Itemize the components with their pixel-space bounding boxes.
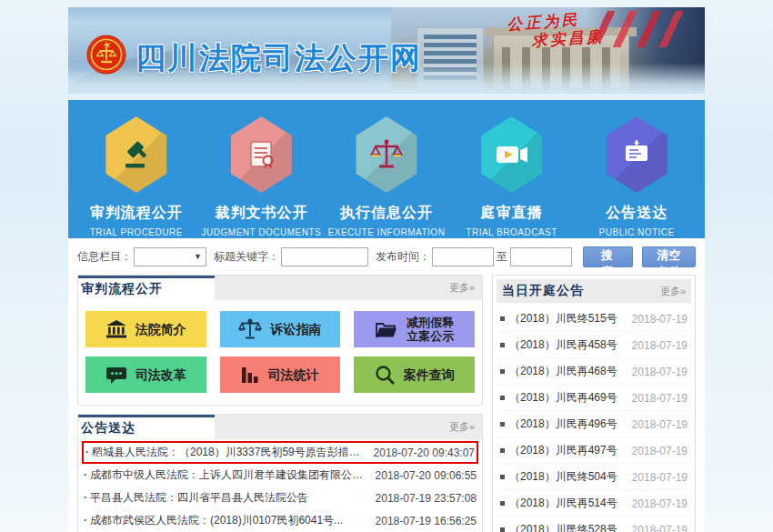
main-nav-band: 审判流程公开 TRIAL PROCEDURE 裁判文书公开 JUDGMENT D… [68,100,705,238]
nav-label-cn: 审判流程公开 [74,204,199,223]
site-title: 四川法院司法公开网 [136,38,422,79]
more-link-trial[interactable]: 更多» [449,276,482,300]
gavel-icon [102,116,171,193]
square-bullet-icon [500,448,505,453]
nav-label-cn: 庭审直播 [449,204,575,223]
tab-public-notice[interactable]: 公告送达 [78,415,215,439]
publish-date-label: 发布时间： [376,249,430,265]
nav-label-cn: 公告送达 [574,204,699,223]
filter-bar: 信息栏目： ▼ 标题关键字： 发布时间： 至 搜 索 清空条件 [77,238,696,275]
red-flags-art [599,11,699,47]
commutation-parole-button[interactable]: 减刑假释 立案公示 [354,311,475,347]
sidebar-title: 当日开庭公告 [502,283,584,299]
function-button-grid: 法院简介 诉讼指南 [78,300,482,405]
hearing-row[interactable]: （2018）川民再496号2018-07-19 [498,411,689,437]
nav-label-en: TRIAL BROADCAST [449,227,575,237]
date-from-input[interactable] [432,247,494,266]
hearing-row[interactable]: （2018）川民终515号2018-07-19 [498,306,689,332]
tab-trial-procedure[interactable]: 审判流程公开 [78,276,215,300]
hearing-row[interactable]: （2018）川民再469号2018-07-19 [498,385,689,411]
square-bullet-icon [500,343,505,347]
search-button[interactable]: 搜 索 [583,246,633,267]
courthouse-icon [105,319,127,339]
notice-row[interactable]: 成都市武侯区人民法院：(2018)川0107民初6041号... 2018-07… [82,509,478,532]
clear-conditions-button[interactable]: 清空条件 [642,246,696,267]
bar-chart-icon [241,366,259,385]
trial-procedure-section: 审判流程公开 更多» 法院简介 [77,275,483,406]
date-to-input[interactable] [510,247,572,266]
keyword-input[interactable] [281,247,368,266]
nav-trial-procedure[interactable]: 审判流程公开 TRIAL PROCEDURE [74,116,199,238]
litigation-guide-button[interactable]: 诉讼指南 [220,311,341,347]
todays-hearing-sidebar: 当日开庭公告 更多» （2018）川民终515号2018-07-19 （2018… [492,275,696,532]
nav-execute-information[interactable]: 执行信息公开 EXECUTE INFORMATION [324,116,449,238]
more-link-notice[interactable]: 更多» [449,415,482,439]
notice-board-icon [602,116,671,193]
square-bullet-icon [500,316,505,321]
chevron-down-icon: ▼ [194,252,202,261]
square-bullet-icon [500,422,505,427]
nav-label-en: TRIAL PROCEDURE [74,227,199,237]
keyword-label: 标题关键字： [214,249,279,265]
hearing-row[interactable]: （2018）川民再514号2018-07-19 [498,490,689,517]
judicial-statistics-button[interactable]: 司法统计 [220,356,341,393]
square-bullet-icon [500,396,505,400]
hearing-row[interactable]: （2018）川民再497号2018-07-19 [498,437,689,464]
nav-judgment-documents[interactable]: 裁判文书公开 JUDGMENT DOCUMENTS [199,116,325,238]
calligraphy-slogan: 公正为民 求实昌廉 [507,9,606,52]
nav-label-cn: 裁判文书公开 [199,204,325,223]
content-area: 信息栏目： ▼ 标题关键字： 发布时间： 至 搜 索 清空条件 审判流程公开 更… [68,238,705,532]
judicial-reform-button[interactable]: 司法改革 [85,356,206,393]
case-query-button[interactable]: 案件查询 [354,356,475,393]
nav-label-en: JUDGMENT DOCUMENTS [199,227,325,237]
square-bullet-icon [500,501,505,506]
page: 公正为民 求实昌廉 四川法院司法公开网 [68,7,705,532]
scales-icon [352,116,421,193]
nav-trial-broadcast[interactable]: 庭审直播 TRIAL BROADCAST [449,116,575,238]
hearing-row[interactable]: （2018）川民终528号2018-07-19 [498,517,689,532]
search-icon [375,365,396,386]
hearing-row[interactable]: （2018）川民再468号2018-07-19 [498,358,689,385]
hearing-row[interactable]: （2018）川民再458号2018-07-19 [498,332,689,358]
court-intro-button[interactable]: 法院简介 [85,311,206,347]
video-camera-icon [477,116,547,193]
info-column-label: 信息栏目： [77,249,132,265]
more-link-hearings[interactable]: 更多» [660,285,686,298]
hearing-row[interactable]: （2018）川民终504号2018-07-19 [498,464,689,490]
scales-icon [238,318,262,340]
folder-icon [375,320,398,339]
notice-row[interactable]: 成都市中级人民法院：上诉人四川君羊建设集团有限公司与被上诉... 2018-07… [82,464,478,487]
national-emblem-icon [86,35,126,75]
notice-row-highlighted[interactable]: 稻城县人民法院：（2018）川3337民初59号原告彭措格... 2018-07… [82,441,478,464]
square-bullet-icon [500,369,505,374]
notice-row[interactable]: 平昌县人民法院：四川省平昌县人民法院公告 2018-07-19 23:57:08 [82,487,478,509]
nav-label-cn: 执行信息公开 [324,204,449,223]
site-header-banner: 公正为民 求实昌廉 四川法院司法公开网 [68,7,705,94]
public-notice-section: 公告送达 更多» 稻城县人民法院：（2018）川3337民初59号原告彭措格..… [77,414,483,532]
date-to-label: 至 [497,249,507,265]
nav-public-notice[interactable]: 公告送达 PUBLIC NOTICE [574,116,699,238]
info-column-select[interactable]: ▼ [134,247,206,266]
nav-label-en: PUBLIC NOTICE [574,227,699,237]
speech-bubble-icon [105,366,127,385]
square-bullet-icon [500,527,505,532]
nav-label-en: EXECUTE INFORMATION [324,227,449,237]
document-seal-icon [226,116,296,193]
square-bullet-icon [500,475,505,479]
